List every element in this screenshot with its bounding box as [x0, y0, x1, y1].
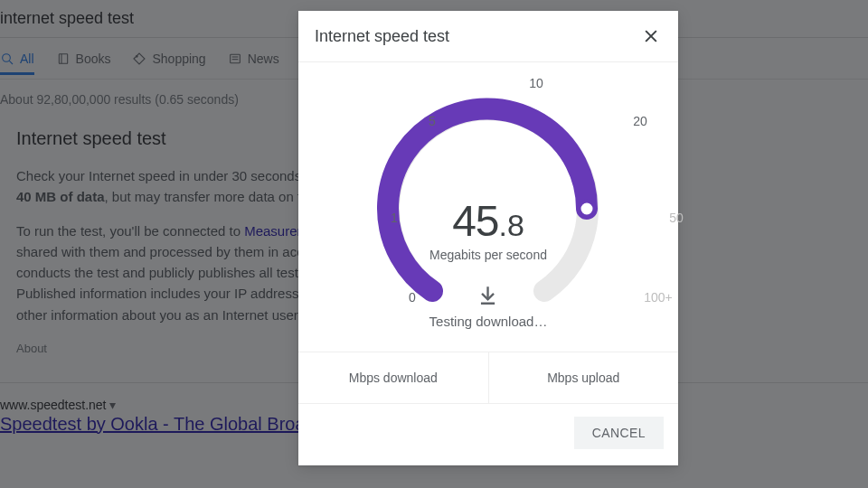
status-text: Testing download… — [429, 314, 548, 329]
gauge-tick-1: 1 — [391, 211, 398, 225]
gauge-tick-100: 100+ — [644, 290, 673, 305]
speed-value-int: 45 — [452, 197, 498, 245]
modal-actions: CANCEL — [298, 404, 678, 465]
gauge-tick-0: 0 — [409, 290, 416, 305]
close-button[interactable] — [640, 25, 662, 47]
speed-value-dec: .8 — [499, 208, 524, 242]
gauge-tick-10: 10 — [529, 76, 543, 90]
download-icon — [476, 283, 500, 306]
gauge: 0 1 5 10 20 50 100+ 45.8 Megabits per se… — [298, 62, 678, 352]
metric-download: Mbps download — [298, 352, 488, 403]
speed-unit: Megabits per second — [429, 248, 547, 262]
svg-point-10 — [580, 202, 595, 217]
metric-upload: Mbps upload — [488, 352, 679, 403]
gauge-status: Testing download… — [429, 283, 548, 329]
modal-title: Internet speed test — [315, 27, 449, 46]
metrics-row: Mbps download Mbps upload — [298, 352, 678, 404]
speed-test-modal: Internet speed test 0 1 5 10 20 50 100+ … — [298, 11, 678, 465]
gauge-value: 45.8 Megabits per second — [429, 196, 547, 262]
gauge-tick-5: 5 — [429, 114, 436, 128]
gauge-tick-20: 20 — [633, 114, 647, 128]
modal-header: Internet speed test — [298, 11, 678, 62]
close-icon — [642, 27, 660, 45]
gauge-tick-50: 50 — [669, 211, 684, 225]
cancel-button[interactable]: CANCEL — [574, 417, 664, 449]
